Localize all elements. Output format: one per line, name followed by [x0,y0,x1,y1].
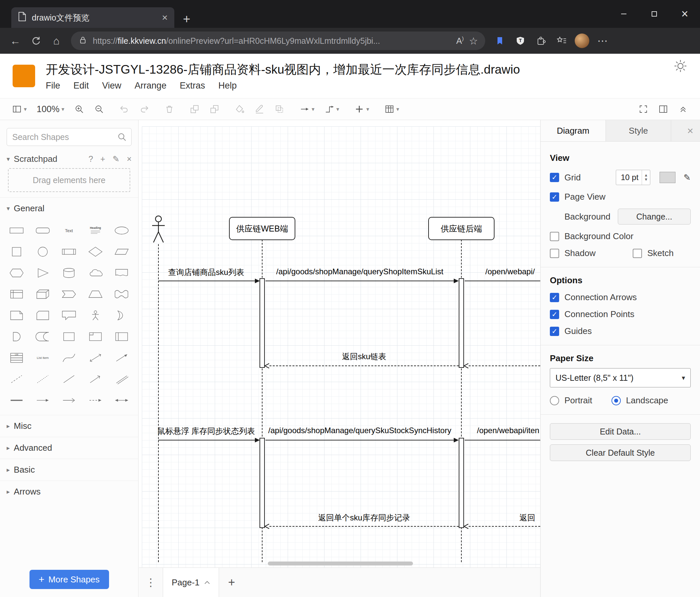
connection-arrows-checkbox[interactable]: ✓ [550,293,559,302]
back-icon[interactable]: ← [7,32,24,49]
shape-triangle[interactable] [29,262,56,284]
message-label[interactable]: 查询店铺商品sku列表 [155,267,257,278]
message-label[interactable]: /open/webapi/iten [477,426,540,435]
shape-text[interactable]: Text [56,220,82,241]
connection-points-checkbox[interactable]: ✓ [550,310,559,319]
collections-icon[interactable] [491,32,508,49]
scratchpad-header[interactable]: ▾ Scratchpad ? + ✎ × [0,149,138,167]
section-advanced[interactable]: ▸ Advanced [0,437,138,459]
shape-cube[interactable] [29,284,56,305]
menu-arrange[interactable]: Arrange [134,80,166,91]
shape-directional-arrow[interactable] [82,368,108,390]
activation-bar[interactable] [459,278,464,368]
shape-list[interactable]: List [3,347,29,368]
maximize-button[interactable] [639,0,670,28]
grid-checkbox[interactable]: ✓ [550,173,559,182]
lifeline-box-web[interactable]: 供应链WEB端 [229,217,295,240]
message-label[interactable]: 鼠标悬浮 库存同步状态列表 [154,426,258,436]
shape-or[interactable] [109,305,135,326]
shape-step[interactable] [56,284,82,305]
shape-frame[interactable] [82,326,108,347]
home-icon[interactable]: ⌂ [48,32,65,49]
scratchpad-add-icon[interactable]: + [100,154,105,164]
undo-button[interactable] [116,104,132,114]
page-view-button[interactable]: ▾ [9,104,30,114]
shape-ellipse[interactable] [109,220,135,241]
shape-circle[interactable] [29,241,56,262]
shape-cloud[interactable] [82,262,108,284]
menu-extras[interactable]: Extras [180,80,205,91]
new-tab-button[interactable]: + [183,13,190,25]
landscape-radio[interactable] [611,396,621,405]
edit-data-button[interactable]: Edit Data... [550,423,691,440]
fill-color-button[interactable] [231,104,248,114]
guides-checkbox[interactable]: ✓ [550,327,559,336]
message-arrow[interactable] [465,281,540,281]
shape-link[interactable] [109,368,135,390]
insert-button[interactable]: ▾ [351,104,373,114]
page-view-checkbox[interactable]: ✓ [550,192,559,202]
return-arrow[interactable] [270,526,459,527]
shape-card[interactable] [29,305,56,326]
shape-curve[interactable] [56,347,82,368]
scratchpad-dropzone[interactable]: Drag elements here [8,168,130,192]
add-page-button[interactable]: + [219,568,244,597]
shape-square[interactable] [3,241,29,262]
section-general[interactable]: ▾ General [0,197,138,219]
redo-button[interactable] [136,104,152,114]
sketch-checkbox[interactable] [633,249,642,258]
stepper-arrows-icon[interactable]: ▲▼ [642,170,650,185]
read-aloud-icon[interactable]: A) [456,36,464,46]
clear-default-style-button[interactable]: Clear Default Style [550,445,691,461]
shape-list-item[interactable]: List Item [29,347,56,368]
shadow-checkbox[interactable] [550,249,559,258]
shield-extension-icon[interactable]: T [512,32,529,49]
shape-dotted-line[interactable] [29,368,56,390]
grid-size-stepper[interactable]: 10 pt ▲▼ [616,170,650,185]
search-shapes-input[interactable] [7,128,131,146]
pages-menu-icon[interactable]: ⋮ [139,568,163,597]
favorite-star-icon[interactable]: ☆ [469,35,478,47]
connection-style-button[interactable]: ▾ [296,104,318,114]
shape-document[interactable] [109,262,135,284]
to-back-button[interactable] [206,104,223,114]
activation-bar[interactable] [259,438,265,528]
shape-line[interactable] [56,368,82,390]
favorites-bar-icon[interactable] [553,32,570,49]
return-arrow[interactable] [469,365,540,366]
message-arrow[interactable] [465,440,540,440]
zoom-in-button[interactable] [71,104,88,114]
edit-color-icon[interactable]: ✎ [683,172,691,183]
return-label[interactable]: 返回sku链表 [270,351,459,362]
lifeline-box-backend[interactable]: 供应链后端 [428,217,495,240]
tab-diagram[interactable]: Diagram [541,120,606,141]
shape-bidirectional-arrow[interactable] [82,347,108,368]
shape-heading[interactable]: Heading [82,220,108,241]
tab-style[interactable]: Style [606,120,671,141]
table-button[interactable]: ▾ [381,104,403,114]
activation-bar[interactable] [259,278,265,368]
zoom-level-dropdown[interactable]: 100%▾ [33,104,68,114]
shape-horizontal-line[interactable] [3,390,29,411]
change-background-button[interactable]: Change... [618,209,691,224]
menu-file[interactable]: File [46,80,60,91]
shape-tape[interactable] [109,284,135,305]
page-tab[interactable]: Page-1 [163,568,219,597]
close-panel-icon[interactable]: × [680,120,700,141]
browser-tab[interactable]: drawio文件预览 × [11,7,174,28]
actor-figure[interactable] [151,215,166,244]
diagram-canvas[interactable]: 供应链WEB端 供应链后端 查询店铺商品sku列表 /api/goods/sho… [139,120,540,568]
shape-open-arrow[interactable] [56,390,82,411]
shape-horizontal-arrow[interactable] [29,390,56,411]
shape-cylinder[interactable] [56,262,82,284]
background-color-checkbox[interactable] [550,232,559,241]
format-panel-button[interactable] [655,104,672,114]
activation-bar[interactable] [459,438,464,528]
waypoint-style-button[interactable]: ▾ [321,104,343,114]
shape-dashed-line[interactable] [3,368,29,390]
section-arrows[interactable]: ▸ Arrows [0,481,138,502]
portrait-radio[interactable] [550,396,559,405]
shape-diamond[interactable] [82,241,108,262]
shape-and[interactable] [3,326,29,347]
shape-dashed-arrow[interactable] [82,390,108,411]
